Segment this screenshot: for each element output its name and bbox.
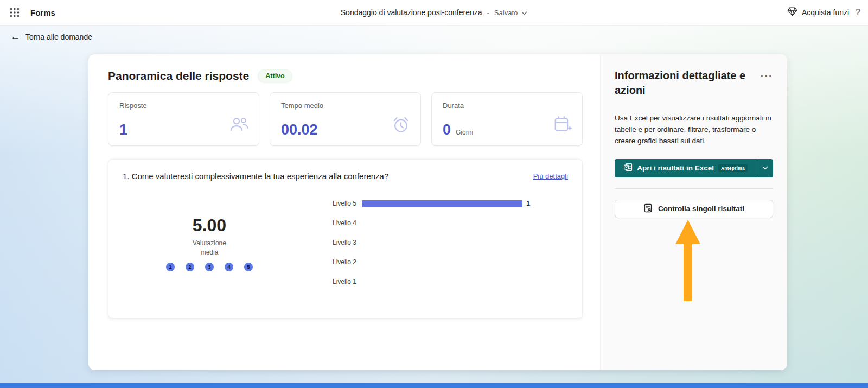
chevron-down-icon[interactable] xyxy=(521,11,527,15)
topbar: Forms Sondaggio di valutazione post-conf… xyxy=(0,0,868,25)
chart-category-label: Livello 1 xyxy=(322,278,356,285)
form-person-icon xyxy=(643,203,653,214)
average-rating-block: 5.00 Valutazione media 12345 xyxy=(163,215,256,296)
buy-features-label: Acquista funzi xyxy=(802,8,849,17)
stats-row: Risposte 1 Tempo xyxy=(108,92,600,146)
topbar-left: Forms xyxy=(9,7,55,18)
rating-circle: 3 xyxy=(205,263,214,271)
app-name: Forms xyxy=(30,8,55,17)
excel-button-label: Apri i risultati in Excel xyxy=(637,164,714,172)
chart-bar-track: 1 xyxy=(362,200,530,207)
buy-features-button[interactable]: Acquista funzi xyxy=(787,7,849,18)
chart-value-label: 1 xyxy=(526,200,530,207)
responses-card: Panoramica delle risposte Attivo Rispost… xyxy=(88,54,787,370)
question-header: 1. Come valuteresti complessivamente la … xyxy=(123,171,568,181)
stat-value: 00.02 xyxy=(281,122,318,138)
bottom-edge xyxy=(0,383,868,388)
rating-circle: 4 xyxy=(225,263,233,271)
back-to-questions[interactable]: ← Torna alle domande xyxy=(11,32,92,41)
open-results-excel-split-button: Apri i risultati in Excel Anteprima xyxy=(615,159,773,177)
more-details-link[interactable]: Più dettagli xyxy=(533,172,568,180)
insights-sidebar: Informazioni dettagliate e azioni ··· Us… xyxy=(600,54,787,370)
chart-bar-track xyxy=(362,220,530,227)
chart-row: Livello 51 xyxy=(322,198,530,209)
chart-bar xyxy=(362,200,522,207)
rating-scale: 12345 xyxy=(163,263,256,271)
stat-label: Tempo medio xyxy=(281,101,410,110)
review-individual-results-button[interactable]: Controlla singoli risultati xyxy=(615,200,773,218)
review-button-label: Controlla singoli risultati xyxy=(658,205,744,213)
responses-content: Panoramica delle risposte Attivo Rispost… xyxy=(88,54,600,370)
sidebar-header: Informazioni dettagliate e azioni ··· xyxy=(615,68,773,98)
app-launcher-icon[interactable] xyxy=(9,7,21,18)
chart-row: Livello 2 xyxy=(322,257,530,268)
overview-header: Panoramica delle risposte Attivo xyxy=(108,69,600,82)
back-label: Torna alle domande xyxy=(25,33,92,41)
stat-value: 0 xyxy=(443,122,451,138)
excel-icon xyxy=(624,163,633,173)
annotation-arrow-up xyxy=(675,220,700,303)
stat-value: 1 xyxy=(119,122,127,138)
diamond-icon xyxy=(787,7,797,18)
excel-dropdown-chevron[interactable] xyxy=(757,159,773,177)
stat-card-average-time: Tempo medio 00.02 xyxy=(270,92,421,146)
chart-bar-track xyxy=(362,278,530,285)
topbar-right: Acquista funzi ? xyxy=(787,7,864,18)
question-body: 5.00 Valutazione media 12345 Livello 51L… xyxy=(123,194,568,296)
chart-row: Livello 1 xyxy=(322,276,530,287)
help-button[interactable]: ? xyxy=(854,8,864,17)
chart-bar-track xyxy=(362,259,530,266)
average-value: 5.00 xyxy=(163,215,256,236)
stat-label: Durata xyxy=(443,101,571,110)
document-title: Sondaggio di valutazione post-conferenza xyxy=(341,8,482,17)
more-options-button[interactable]: ··· xyxy=(761,71,773,81)
chart-row: Livello 4 xyxy=(322,218,530,228)
question-title: 1. Come valuteresti complessivamente la … xyxy=(123,171,388,181)
people-icon xyxy=(228,114,250,138)
sidebar-description: Usa Excel per visualizzare i risultati a… xyxy=(615,113,773,147)
chart-category-label: Livello 3 xyxy=(322,239,356,246)
back-arrow-icon: ← xyxy=(11,32,20,41)
stat-label: Risposte xyxy=(119,101,248,110)
preview-badge: Anteprima xyxy=(718,164,748,172)
saved-status: Salvato xyxy=(494,9,518,17)
status-badge: Attivo xyxy=(258,69,292,82)
sidebar-title: Informazioni dettagliate e azioni xyxy=(615,68,751,98)
chart-category-label: Livello 2 xyxy=(322,258,356,266)
stat-card-responses: Risposte 1 xyxy=(108,92,259,146)
bar-chart: Livello 51Livello 4Livello 3Livello 2Liv… xyxy=(322,198,530,296)
rating-circle: 2 xyxy=(186,263,194,271)
forms-results-page: Forms Sondaggio di valutazione post-conf… xyxy=(0,0,868,388)
page-title: Panoramica delle risposte xyxy=(108,69,249,82)
chart-bar-track xyxy=(362,239,530,246)
alarm-clock-icon xyxy=(390,114,412,138)
chart-category-label: Livello 5 xyxy=(322,200,356,207)
chart-category-label: Livello 4 xyxy=(322,219,356,227)
rating-circle: 1 xyxy=(166,263,175,271)
rating-circle: 5 xyxy=(244,263,253,271)
stat-unit: Giorni xyxy=(456,129,473,136)
question-card: 1. Come valuteresti complessivamente la … xyxy=(108,159,583,319)
chart-row: Livello 3 xyxy=(322,237,530,248)
average-label: Valutazione media xyxy=(187,239,232,257)
title-separator: - xyxy=(487,9,489,17)
document-title-group: Sondaggio di valutazione post-conferenza… xyxy=(163,0,705,25)
sidebar-divider xyxy=(615,188,773,189)
calendar-icon xyxy=(552,114,573,138)
stat-card-duration: Durata 0 Giorni xyxy=(431,92,583,146)
open-results-excel-button[interactable]: Apri i risultati in Excel Anteprima xyxy=(615,159,757,177)
